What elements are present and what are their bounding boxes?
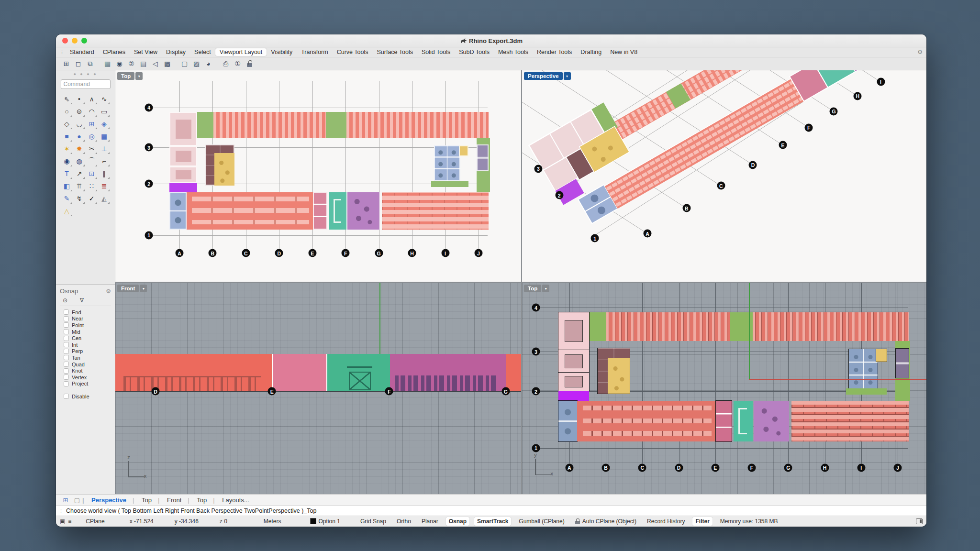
explode-tool[interactable]: ✶ bbox=[61, 143, 73, 155]
viewport-title-top-2[interactable]: Top▼ bbox=[524, 285, 549, 292]
menu-item[interactable]: Drafting bbox=[576, 48, 606, 56]
toolbar-separator[interactable] bbox=[97, 58, 101, 69]
viewport-title-perspective[interactable]: Perspective▼ bbox=[524, 72, 571, 80]
checkbox[interactable] bbox=[64, 394, 69, 399]
shade-tool[interactable]: ◭ bbox=[98, 192, 111, 205]
osnap-checkbox-row[interactable]: Vertex bbox=[60, 374, 111, 381]
zone-small-rooms[interactable] bbox=[716, 401, 732, 441]
checkbox[interactable] bbox=[64, 316, 69, 321]
trim-tool[interactable]: ✂ bbox=[86, 143, 98, 155]
status-toggle[interactable]: Ortho bbox=[394, 517, 414, 526]
viewport-top-2[interactable]: Top▼ bbox=[522, 283, 926, 494]
gear-icon[interactable]: ⚙ bbox=[917, 49, 923, 55]
elevation-office-right[interactable] bbox=[506, 354, 521, 391]
menu-item[interactable]: CPlanes bbox=[99, 48, 130, 56]
layer-indicator[interactable]: Option 1 bbox=[310, 518, 340, 525]
checkbox[interactable] bbox=[64, 375, 69, 380]
zoom-button[interactable] bbox=[81, 38, 87, 44]
osnap-checkbox-row[interactable]: Knot bbox=[60, 367, 111, 374]
status-toggle[interactable]: Grid Snap bbox=[357, 517, 389, 526]
viewport-tab[interactable]: Top bbox=[189, 496, 214, 504]
circle-tool[interactable]: ○ bbox=[61, 105, 73, 118]
zone-meeting-room[interactable] bbox=[558, 373, 589, 391]
zone-top-wing-desks[interactable] bbox=[346, 112, 489, 138]
layer-list-icon[interactable]: ≡ bbox=[68, 518, 71, 525]
boolean-union-tool[interactable]: ◉ bbox=[61, 155, 73, 167]
viewport-title-top[interactable]: Top▼ bbox=[117, 72, 143, 80]
mirror-tool[interactable]: ∥ bbox=[98, 167, 111, 180]
fillet-tool[interactable]: ⌒ bbox=[86, 155, 98, 167]
osnap-checkbox-row[interactable]: Point bbox=[60, 322, 111, 329]
checkbox[interactable] bbox=[64, 309, 69, 315]
zone-meeting-room[interactable] bbox=[169, 146, 198, 166]
zone-open-office[interactable] bbox=[577, 401, 716, 441]
status-toggle[interactable]: Gumball (CPlane) bbox=[516, 517, 567, 526]
osnap-disable-row[interactable]: Disable bbox=[60, 393, 111, 400]
osnap-checkbox-row[interactable]: Int bbox=[60, 342, 111, 348]
checkbox[interactable] bbox=[64, 342, 69, 347]
status-toggle[interactable]: Memory use: 1358 MB bbox=[717, 517, 781, 526]
viewport-perspective[interactable]: Perspective▼ bbox=[522, 70, 926, 282]
new-file-icon[interactable]: ▢ bbox=[179, 58, 190, 69]
status-toggle[interactable]: Filter bbox=[692, 517, 712, 526]
lock-viewport-icon[interactable] bbox=[244, 58, 255, 69]
zone-top-wing-desks[interactable] bbox=[606, 312, 730, 341]
zone-workstation-cluster[interactable] bbox=[791, 401, 908, 441]
render-icon[interactable]: ◕ bbox=[203, 58, 214, 69]
zone-workshop-rooms[interactable] bbox=[169, 192, 187, 230]
sphere-tool[interactable]: ● bbox=[73, 130, 86, 143]
check-tool[interactable]: ✓ bbox=[86, 192, 98, 205]
viewport-tab[interactable]: Front bbox=[159, 496, 189, 504]
notes-tool[interactable]: ✎ bbox=[61, 192, 73, 205]
arc-tool[interactable]: ◠ bbox=[86, 105, 98, 118]
viewport-popout-icon[interactable]: ⧉ bbox=[85, 58, 96, 69]
zone-entry-green[interactable] bbox=[197, 112, 213, 138]
single-viewport-icon[interactable]: ▢ bbox=[72, 496, 82, 504]
minimize-button[interactable] bbox=[72, 38, 78, 44]
extrude-tool[interactable]: ⇈ bbox=[73, 180, 86, 192]
units-button[interactable]: Meters bbox=[264, 518, 281, 525]
zone-meeting-room[interactable] bbox=[558, 350, 589, 373]
explode-all-tool[interactable]: ✸ bbox=[73, 143, 86, 155]
status-toggle[interactable]: Osnap bbox=[446, 517, 469, 526]
zone-focus-rooms[interactable] bbox=[434, 145, 460, 181]
freeform-curve-tool[interactable]: ◡ bbox=[73, 118, 86, 130]
torus-tool[interactable]: ◎ bbox=[86, 130, 98, 143]
checkbox[interactable] bbox=[64, 322, 69, 328]
osnap-checkbox-row[interactable]: Quad bbox=[60, 361, 111, 368]
checkbox[interactable] bbox=[64, 336, 69, 341]
menu-item[interactable]: Surface Tools bbox=[372, 48, 417, 56]
polygon-tool[interactable]: ◇ bbox=[61, 118, 73, 130]
solid-edit-tool[interactable]: ◧ bbox=[61, 180, 73, 192]
patch-tool[interactable]: ▦ bbox=[98, 130, 111, 143]
snap-grid-icon[interactable]: ▦ bbox=[102, 58, 113, 69]
polyline-tool[interactable]: ∧ bbox=[86, 93, 98, 105]
curve-edit-tool[interactable]: ↯ bbox=[73, 192, 86, 205]
zone-breakout-green[interactable] bbox=[846, 388, 887, 395]
status-toggle[interactable]: Auto CPlane (Object) bbox=[572, 517, 639, 526]
menu-item[interactable]: Mesh Tools bbox=[494, 48, 533, 56]
zone-top-wing-lounge[interactable] bbox=[326, 112, 346, 138]
viewport-title-front[interactable]: Front▼ bbox=[117, 285, 147, 292]
checkbox[interactable] bbox=[64, 381, 69, 386]
boolean-difference-tool[interactable]: ◍ bbox=[73, 155, 86, 167]
menu-item[interactable]: Transform bbox=[297, 48, 333, 56]
menu-item[interactable]: Set View bbox=[130, 48, 162, 56]
menu-item[interactable]: SubD Tools bbox=[455, 48, 494, 56]
grid-options-icon[interactable]: ▤ bbox=[138, 58, 149, 69]
shaded-viewport-icon[interactable]: ◉ bbox=[114, 58, 125, 69]
display-mode-icon[interactable]: ▩ bbox=[162, 58, 173, 69]
menu-item[interactable]: Visibility bbox=[267, 48, 297, 56]
text-tool[interactable]: T bbox=[61, 167, 73, 180]
zone-meeting-room[interactable] bbox=[169, 166, 198, 183]
zone-top-wing-desks[interactable] bbox=[213, 112, 326, 138]
osnap-checkbox-row[interactable]: Mid bbox=[60, 329, 111, 335]
zone-cafe[interactable] bbox=[214, 153, 234, 186]
viewport-layout-icon[interactable]: ⊞ bbox=[61, 58, 72, 69]
two-point-perspective-icon[interactable]: ② bbox=[126, 58, 137, 69]
camera-cone-icon[interactable]: ◁ bbox=[150, 58, 161, 69]
panel-drag-handle[interactable]: ● ● ● ● bbox=[56, 70, 115, 77]
array-curve-tool[interactable]: ≣ bbox=[98, 180, 111, 192]
menu-item[interactable]: Curve Tools bbox=[333, 48, 373, 56]
checkbox[interactable] bbox=[64, 329, 69, 334]
